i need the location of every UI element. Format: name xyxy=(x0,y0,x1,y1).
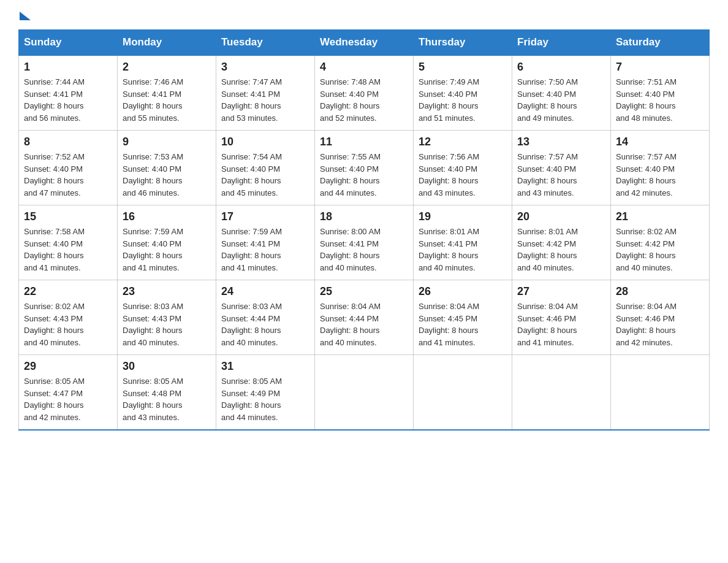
day-info: Sunrise: 7:59 AM Sunset: 4:41 PM Dayligh… xyxy=(221,226,309,274)
calendar-cell: 31Sunrise: 8:05 AM Sunset: 4:49 PM Dayli… xyxy=(216,355,315,431)
calendar-cell: 1Sunrise: 7:44 AM Sunset: 4:41 PM Daylig… xyxy=(19,55,118,131)
calendar-week-row: 8Sunrise: 7:52 AM Sunset: 4:40 PM Daylig… xyxy=(19,131,710,205)
day-info: Sunrise: 7:47 AM Sunset: 4:41 PM Dayligh… xyxy=(221,76,309,124)
day-info: Sunrise: 7:52 AM Sunset: 4:40 PM Dayligh… xyxy=(24,151,112,199)
calendar-cell: 17Sunrise: 7:59 AM Sunset: 4:41 PM Dayli… xyxy=(216,205,315,280)
day-number: 26 xyxy=(419,285,507,298)
day-number: 30 xyxy=(123,360,211,373)
calendar-cell: 7Sunrise: 7:51 AM Sunset: 4:40 PM Daylig… xyxy=(611,55,710,131)
day-info: Sunrise: 8:04 AM Sunset: 4:46 PM Dayligh… xyxy=(517,301,605,348)
day-number: 2 xyxy=(123,61,211,74)
calendar-cell: 5Sunrise: 7:49 AM Sunset: 4:40 PM Daylig… xyxy=(414,55,512,131)
calendar-cell: 10Sunrise: 7:54 AM Sunset: 4:40 PM Dayli… xyxy=(216,131,315,205)
day-info: Sunrise: 7:55 AM Sunset: 4:40 PM Dayligh… xyxy=(320,151,408,199)
day-number: 5 xyxy=(419,61,507,74)
col-header-friday: Friday xyxy=(512,30,611,56)
day-info: Sunrise: 7:49 AM Sunset: 4:40 PM Dayligh… xyxy=(419,76,507,124)
day-number: 14 xyxy=(616,136,704,148)
calendar-cell: 30Sunrise: 8:05 AM Sunset: 4:48 PM Dayli… xyxy=(118,355,216,431)
calendar-cell: 12Sunrise: 7:56 AM Sunset: 4:40 PM Dayli… xyxy=(414,131,512,205)
day-number: 18 xyxy=(320,210,408,223)
day-number: 12 xyxy=(419,136,507,148)
day-number: 8 xyxy=(24,136,112,148)
day-info: Sunrise: 7:44 AM Sunset: 4:41 PM Dayligh… xyxy=(24,76,112,124)
day-info: Sunrise: 7:51 AM Sunset: 4:40 PM Dayligh… xyxy=(616,76,704,124)
day-info: Sunrise: 7:48 AM Sunset: 4:40 PM Dayligh… xyxy=(320,76,408,124)
day-info: Sunrise: 8:05 AM Sunset: 4:47 PM Dayligh… xyxy=(24,375,112,423)
day-info: Sunrise: 8:01 AM Sunset: 4:42 PM Dayligh… xyxy=(517,226,605,274)
calendar-cell: 24Sunrise: 8:03 AM Sunset: 4:44 PM Dayli… xyxy=(216,280,315,355)
calendar-cell: 19Sunrise: 8:01 AM Sunset: 4:41 PM Dayli… xyxy=(414,205,512,280)
day-number: 7 xyxy=(616,61,704,74)
day-info: Sunrise: 8:05 AM Sunset: 4:49 PM Dayligh… xyxy=(221,375,309,423)
calendar-table: SundayMondayTuesdayWednesdayThursdayFrid… xyxy=(18,29,710,431)
logo-arrow-icon xyxy=(20,12,31,23)
calendar-cell xyxy=(611,355,710,431)
day-number: 3 xyxy=(221,61,309,74)
day-info: Sunrise: 7:59 AM Sunset: 4:40 PM Dayligh… xyxy=(123,226,211,274)
day-info: Sunrise: 7:53 AM Sunset: 4:40 PM Dayligh… xyxy=(123,151,211,199)
calendar-cell: 20Sunrise: 8:01 AM Sunset: 4:42 PM Dayli… xyxy=(512,205,611,280)
day-info: Sunrise: 8:04 AM Sunset: 4:46 PM Dayligh… xyxy=(616,301,704,348)
day-info: Sunrise: 7:57 AM Sunset: 4:40 PM Dayligh… xyxy=(517,151,605,199)
day-info: Sunrise: 8:00 AM Sunset: 4:41 PM Dayligh… xyxy=(320,226,408,274)
calendar-header-row: SundayMondayTuesdayWednesdayThursdayFrid… xyxy=(19,30,710,56)
col-header-wednesday: Wednesday xyxy=(315,30,414,56)
day-number: 28 xyxy=(616,285,704,298)
col-header-tuesday: Tuesday xyxy=(216,30,315,56)
day-number: 9 xyxy=(123,136,211,148)
calendar-cell: 14Sunrise: 7:57 AM Sunset: 4:40 PM Dayli… xyxy=(611,131,710,205)
day-info: Sunrise: 8:04 AM Sunset: 4:45 PM Dayligh… xyxy=(419,301,507,348)
calendar-cell: 8Sunrise: 7:52 AM Sunset: 4:40 PM Daylig… xyxy=(19,131,118,205)
day-info: Sunrise: 7:58 AM Sunset: 4:40 PM Dayligh… xyxy=(24,226,112,274)
calendar-week-row: 15Sunrise: 7:58 AM Sunset: 4:40 PM Dayli… xyxy=(19,205,710,280)
day-number: 21 xyxy=(616,210,704,223)
calendar-cell: 25Sunrise: 8:04 AM Sunset: 4:44 PM Dayli… xyxy=(315,280,414,355)
day-number: 1 xyxy=(24,61,112,74)
calendar-cell: 16Sunrise: 7:59 AM Sunset: 4:40 PM Dayli… xyxy=(118,205,216,280)
calendar-cell: 9Sunrise: 7:53 AM Sunset: 4:40 PM Daylig… xyxy=(118,131,216,205)
day-number: 10 xyxy=(221,136,309,148)
day-number: 17 xyxy=(221,210,309,223)
day-info: Sunrise: 7:56 AM Sunset: 4:40 PM Dayligh… xyxy=(419,151,507,199)
page-header xyxy=(18,12,710,23)
day-number: 31 xyxy=(221,360,309,373)
day-info: Sunrise: 7:57 AM Sunset: 4:40 PM Dayligh… xyxy=(616,151,704,199)
calendar-cell: 4Sunrise: 7:48 AM Sunset: 4:40 PM Daylig… xyxy=(315,55,414,131)
calendar-cell: 3Sunrise: 7:47 AM Sunset: 4:41 PM Daylig… xyxy=(216,55,315,131)
day-number: 22 xyxy=(24,285,112,298)
col-header-monday: Monday xyxy=(118,30,216,56)
day-info: Sunrise: 8:03 AM Sunset: 4:43 PM Dayligh… xyxy=(123,301,211,348)
day-info: Sunrise: 7:46 AM Sunset: 4:41 PM Dayligh… xyxy=(123,76,211,124)
day-number: 13 xyxy=(517,136,605,148)
day-number: 4 xyxy=(320,61,408,74)
day-number: 16 xyxy=(123,210,211,223)
calendar-cell: 23Sunrise: 8:03 AM Sunset: 4:43 PM Dayli… xyxy=(118,280,216,355)
day-number: 15 xyxy=(24,210,112,223)
calendar-cell xyxy=(414,355,512,431)
logo xyxy=(18,12,31,23)
day-number: 11 xyxy=(320,136,408,148)
calendar-week-row: 22Sunrise: 8:02 AM Sunset: 4:43 PM Dayli… xyxy=(19,280,710,355)
day-number: 19 xyxy=(419,210,507,223)
day-number: 29 xyxy=(24,360,112,373)
calendar-cell: 11Sunrise: 7:55 AM Sunset: 4:40 PM Dayli… xyxy=(315,131,414,205)
day-number: 23 xyxy=(123,285,211,298)
day-info: Sunrise: 7:50 AM Sunset: 4:40 PM Dayligh… xyxy=(517,76,605,124)
calendar-cell: 6Sunrise: 7:50 AM Sunset: 4:40 PM Daylig… xyxy=(512,55,611,131)
day-info: Sunrise: 7:54 AM Sunset: 4:40 PM Dayligh… xyxy=(221,151,309,199)
calendar-week-row: 1Sunrise: 7:44 AM Sunset: 4:41 PM Daylig… xyxy=(19,55,710,131)
day-number: 6 xyxy=(517,61,605,74)
calendar-cell: 26Sunrise: 8:04 AM Sunset: 4:45 PM Dayli… xyxy=(414,280,512,355)
day-info: Sunrise: 8:05 AM Sunset: 4:48 PM Dayligh… xyxy=(123,375,211,423)
day-info: Sunrise: 8:02 AM Sunset: 4:42 PM Dayligh… xyxy=(616,226,704,274)
calendar-cell xyxy=(512,355,611,431)
calendar-cell: 28Sunrise: 8:04 AM Sunset: 4:46 PM Dayli… xyxy=(611,280,710,355)
calendar-cell: 22Sunrise: 8:02 AM Sunset: 4:43 PM Dayli… xyxy=(19,280,118,355)
day-number: 20 xyxy=(517,210,605,223)
col-header-sunday: Sunday xyxy=(19,30,118,56)
calendar-cell xyxy=(315,355,414,431)
day-info: Sunrise: 8:02 AM Sunset: 4:43 PM Dayligh… xyxy=(24,301,112,348)
col-header-saturday: Saturday xyxy=(611,30,710,56)
day-number: 27 xyxy=(517,285,605,298)
